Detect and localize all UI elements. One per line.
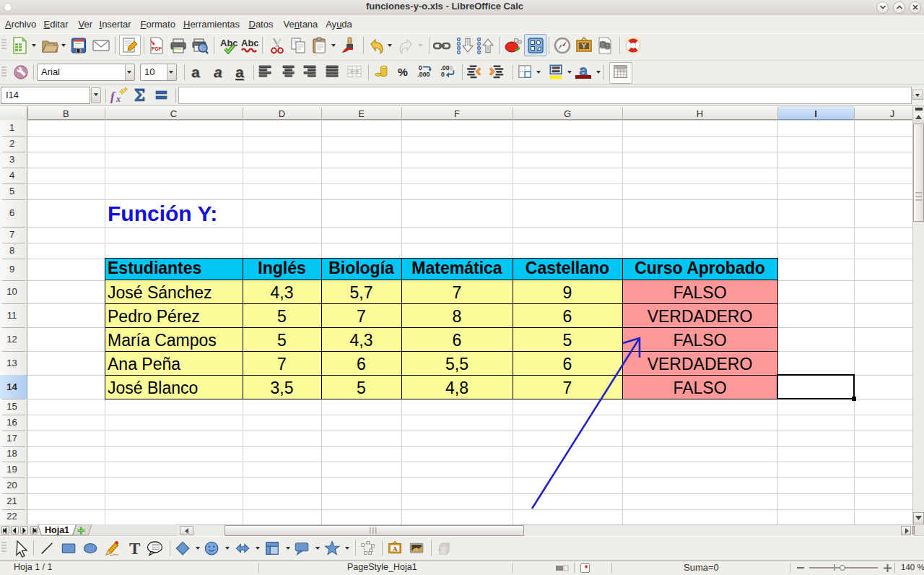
svg-text:PDF: PDF: [152, 46, 162, 51]
svg-text:A: A: [393, 545, 398, 552]
svg-text:.000: .000: [417, 71, 430, 78]
svg-text:Abc: Abc: [241, 38, 258, 48]
svg-text:0: 0: [441, 71, 445, 78]
svg-text:*: *: [585, 563, 588, 573]
svg-text:f: f: [110, 90, 116, 103]
svg-text:0: 0: [450, 64, 453, 72]
svg-text:x: x: [116, 94, 121, 104]
